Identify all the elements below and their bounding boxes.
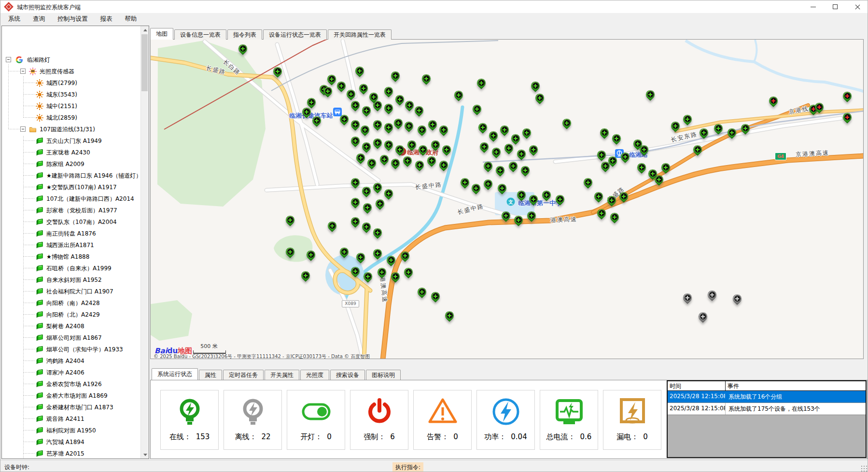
- map-pin-green[interactable]: [350, 266, 361, 280]
- map-pin-green[interactable]: [460, 178, 470, 191]
- map-pin-green[interactable]: [670, 121, 681, 135]
- map-pin-green[interactable]: [390, 272, 401, 285]
- map-pin-gray[interactable]: [698, 312, 708, 325]
- map-pin-green[interactable]: [606, 195, 617, 209]
- map-pin-green[interactable]: [361, 222, 372, 236]
- map-pin-green[interactable]: [727, 128, 737, 141]
- map-pin-green[interactable]: [516, 149, 527, 163]
- map-pin-green[interactable]: [372, 228, 383, 241]
- map-pin-green[interactable]: [285, 215, 295, 229]
- close-button[interactable]: [847, 0, 868, 13]
- map-pin-green[interactable]: [377, 267, 387, 281]
- map-pin-green[interactable]: [476, 78, 487, 92]
- map-pin-green[interactable]: [472, 104, 482, 118]
- map-pin-green[interactable]: [363, 272, 373, 285]
- map-pin-green[interactable]: [639, 145, 649, 158]
- map-pin-green[interactable]: [350, 197, 361, 211]
- map-pin-green[interactable]: [528, 194, 539, 208]
- map-pin-gray[interactable]: [732, 294, 742, 307]
- map-tab-2[interactable]: 指令列表: [227, 29, 262, 40]
- map-pin-green[interactable]: [372, 138, 383, 152]
- map-pin-green[interactable]: [375, 199, 385, 212]
- expand-toggle-icon[interactable]: [20, 126, 26, 132]
- map-pin-green[interactable]: [534, 93, 545, 107]
- map-pin-green[interactable]: [479, 142, 490, 155]
- menu-item-0[interactable]: 系统: [3, 14, 25, 25]
- map-tab-3[interactable]: 设备运行状态一览表: [263, 29, 327, 40]
- map-pin-green[interactable]: [430, 292, 441, 305]
- map-pin-green[interactable]: [504, 143, 514, 157]
- map-pin-green[interactable]: [645, 90, 656, 103]
- map-pin-green[interactable]: [421, 74, 432, 87]
- map-pin-green[interactable]: [414, 160, 425, 174]
- map-pin-green[interactable]: [499, 125, 510, 139]
- resize-grip[interactable]: [861, 465, 868, 472]
- map-pin-green[interactable]: [541, 190, 552, 204]
- map-pin-green[interactable]: [404, 100, 415, 114]
- map-pin-green[interactable]: [350, 100, 361, 114]
- bottom-tab-6[interactable]: 图标说明: [366, 370, 401, 380]
- map-pin-green[interactable]: [526, 211, 537, 224]
- bottom-tab-5[interactable]: 搜索设备: [330, 370, 365, 380]
- map-tab-1[interactable]: 设备信息一览表: [174, 29, 226, 40]
- map-pin-green[interactable]: [660, 163, 671, 176]
- map-pin-green[interactable]: [372, 100, 383, 114]
- map-pin-green[interactable]: [654, 175, 664, 188]
- bottom-tab-1[interactable]: 属性: [199, 370, 222, 380]
- map-pin-red[interactable]: [814, 102, 825, 116]
- map-canvas[interactable]: 长盛路长白路长安东路京港线京港澳高速港澳高速京港澳高速长盛路长盛中路长盛中路 临…: [150, 39, 864, 359]
- tree-item-0[interactable]: 临湘路灯: [2, 54, 141, 66]
- map-pin-green[interactable]: [355, 153, 366, 167]
- map-pin-green[interactable]: [361, 186, 372, 200]
- sidebar-scrollbar[interactable]: [140, 26, 149, 458]
- map-pin-green[interactable]: [372, 182, 383, 196]
- map-pin-green[interactable]: [508, 161, 518, 175]
- map-pin-red[interactable]: [842, 112, 853, 126]
- map-pin-green[interactable]: [372, 249, 383, 262]
- map-pin-green[interactable]: [618, 192, 629, 205]
- scroll-up-arrow-icon[interactable]: [141, 26, 149, 34]
- map-pin-green[interactable]: [427, 120, 438, 133]
- map-pin-green[interactable]: [561, 118, 572, 132]
- map-pin-green[interactable]: [400, 251, 410, 264]
- map-pin-green[interactable]: [355, 252, 366, 266]
- map-pin-green[interactable]: [430, 140, 441, 153]
- map-pin-green[interactable]: [350, 120, 361, 133]
- bottom-tab-2[interactable]: 定时器任务: [223, 370, 264, 380]
- menu-item-3[interactable]: 报表: [96, 14, 117, 25]
- maximize-button[interactable]: [825, 0, 846, 13]
- map-pin-green[interactable]: [682, 114, 693, 128]
- map-pin-green[interactable]: [513, 215, 524, 229]
- map-pin-green[interactable]: [699, 128, 709, 141]
- map-pin-green[interactable]: [403, 267, 414, 281]
- map-pin-green[interactable]: [350, 217, 361, 230]
- map-pin-green[interactable]: [372, 120, 383, 133]
- map-pin-green[interactable]: [488, 131, 499, 144]
- map-pin-green[interactable]: [453, 90, 464, 104]
- map-pin-green[interactable]: [441, 145, 452, 158]
- minimize-button[interactable]: [802, 0, 824, 13]
- menu-item-4[interactable]: 帮助: [120, 14, 142, 25]
- map-pin-green[interactable]: [406, 140, 417, 153]
- map-pin-green[interactable]: [600, 161, 611, 175]
- map-pin-gray[interactable]: [707, 290, 717, 304]
- map-pin-green[interactable]: [366, 158, 377, 172]
- map-pin-green[interactable]: [417, 287, 427, 301]
- map-pin-green[interactable]: [417, 125, 427, 139]
- map-pin-gray[interactable]: [682, 293, 693, 306]
- map-pin-green[interactable]: [394, 95, 405, 108]
- map-pin-green[interactable]: [471, 183, 481, 197]
- map-pin-green[interactable]: [336, 81, 347, 95]
- map-pin-green[interactable]: [438, 125, 449, 139]
- map-pin-green[interactable]: [386, 255, 396, 269]
- bottom-tab-0[interactable]: 系统运行状态: [152, 368, 198, 380]
- expand-toggle-icon[interactable]: [20, 69, 26, 74]
- map-pin-green[interactable]: [495, 166, 505, 179]
- scroll-down-arrow-icon[interactable]: [141, 451, 149, 458]
- map-pin-green[interactable]: [501, 211, 511, 224]
- scrollbar-thumb[interactable]: [141, 34, 148, 91]
- map-pin-green[interactable]: [596, 208, 607, 222]
- map-pin-green[interactable]: [361, 106, 372, 119]
- map-pin-green[interactable]: [692, 145, 703, 158]
- map-pin-green[interactable]: [620, 152, 630, 166]
